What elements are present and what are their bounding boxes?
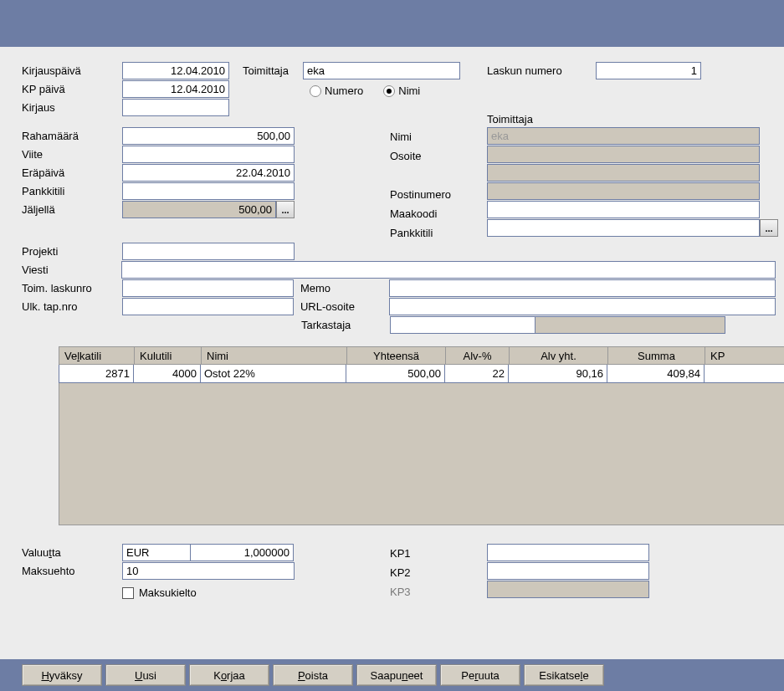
label-memo: Memo: [300, 282, 389, 294]
cell-yhteensa: 500,00: [407, 367, 441, 380]
label-maksukielto: Maksukielto: [139, 586, 197, 599]
tarkastaja2-input: [535, 316, 725, 334]
label-osoite: Osoite: [390, 150, 422, 162]
toim-nimi-input[interactable]: [487, 127, 760, 145]
toimittaja-input[interactable]: [303, 62, 460, 79]
toim-osoite2-input[interactable]: [487, 164, 760, 182]
kirjaus-input[interactable]: [122, 99, 229, 116]
toim-maakoodi-input[interactable]: [487, 201, 760, 218]
toim-pankkitili-input[interactable]: [487, 219, 760, 237]
label-ulk-tapnro: Ulk. tap.nro: [22, 300, 122, 313]
label-toimittaja: Toimittaja: [243, 64, 303, 77]
rahamaara-input[interactable]: [122, 127, 295, 145]
toim-postinumero-input[interactable]: [487, 182, 760, 200]
laskun-numero-input[interactable]: [596, 62, 701, 79]
table-row[interactable]: 2871 4000 Ostot 22% 500,00 22 90,16 409,…: [59, 365, 784, 383]
label-url-osoite: URL-osoite: [300, 300, 389, 313]
label-pankkitili: Pankkitili: [22, 185, 122, 197]
label-valuutta: Valuutta: [22, 546, 122, 559]
window-titlebar: [0, 0, 784, 47]
label-nimi-radio: Nimi: [398, 84, 420, 97]
label-rahamaara: Rahamäärä: [22, 130, 122, 142]
erapaiva-input[interactable]: [122, 164, 295, 182]
label-pankkitili2: Pankkitili: [390, 227, 433, 239]
hdr-summa: Summa: [638, 350, 675, 362]
label-kp3: KP3: [390, 586, 411, 598]
jaljella-lookup-button[interactable]: ...: [276, 201, 295, 218]
hdr-nimi: Nimi: [207, 350, 228, 362]
tarkastaja1-input[interactable]: [390, 316, 535, 334]
viite-input[interactable]: [122, 146, 295, 163]
label-maksuehto: Maksuehto: [22, 565, 122, 577]
maksuehto-input[interactable]: [122, 562, 295, 580]
jaljella-input: [122, 201, 276, 218]
korjaa-button[interactable]: Korjaa: [189, 664, 269, 686]
numero-radio[interactable]: [310, 85, 321, 97]
label-projekti: Projekti: [22, 245, 122, 258]
cell-kulutili: 4000: [172, 367, 197, 380]
label-erapaiva: Eräpäivä: [22, 166, 122, 179]
valuutta-code-input[interactable]: [122, 544, 191, 561]
maksukielto-checkbox[interactable]: [122, 587, 134, 599]
label-viite: Viite: [22, 148, 122, 161]
label-postinumero: Postinumero: [390, 188, 451, 201]
label-kirjaus: Kirjaus: [22, 101, 122, 114]
nimi-radio[interactable]: [383, 85, 395, 97]
label-viesti: Viesti: [22, 264, 121, 276]
cell-alv-pct: 22: [493, 367, 505, 380]
label-kp2: KP2: [390, 566, 411, 579]
toim-osoite1-input[interactable]: [487, 146, 760, 163]
grid-body-empty[interactable]: [59, 383, 784, 525]
toim-pankkitili-lookup-button[interactable]: ...: [760, 219, 778, 237]
label-maakoodi: Maakoodi: [390, 207, 437, 220]
poista-button[interactable]: Poista: [273, 664, 353, 686]
cell-summa: 409,84: [667, 367, 700, 380]
url-osoite-input[interactable]: [389, 298, 776, 315]
label-kp1: KP1: [390, 547, 411, 560]
hdr-alv-pct: Alv-%: [464, 350, 492, 362]
hdr-kp: KP: [710, 350, 725, 362]
label-toim-laskunro: Toim. laskunro: [22, 282, 122, 294]
hyvaksy-button[interactable]: Hyväksy: [22, 664, 102, 686]
kirjauspaiva-input[interactable]: [122, 62, 229, 79]
label-kirjauspaiva: Kirjauspäivä: [22, 64, 122, 77]
cell-velkatili: 2871: [105, 367, 130, 380]
hdr-kulutili: Kulutili: [140, 350, 172, 362]
uusi-button[interactable]: Uusi: [105, 664, 186, 686]
hdr-yhteensa: Yhteensä: [373, 350, 419, 362]
kp2-input[interactable]: [487, 562, 649, 580]
viesti-input[interactable]: [121, 261, 776, 279]
footer-toolbar: Hyväksy Uusi Korjaa Poista Saapuneet Per…: [0, 659, 784, 691]
valuutta-rate-input[interactable]: [190, 544, 294, 561]
kp-paiva-input[interactable]: [122, 80, 229, 98]
grid-header: Velkatili Kulutili Nimi Yhteensä Alv-% A…: [59, 346, 784, 365]
ulk-tapnro-input[interactable]: [122, 298, 294, 315]
pankkitili-input[interactable]: [122, 182, 295, 200]
hdr-velkatili: Velkatili: [64, 350, 101, 362]
label-toimittaja-section: Toimittaja: [487, 113, 533, 125]
projekti-input[interactable]: [122, 243, 295, 260]
kp3-input: [487, 581, 649, 598]
cell-nimi: Ostot 22%: [204, 367, 255, 380]
label-kp-paiva: KP päivä: [22, 83, 122, 95]
label-jaljella: Jäljellä: [22, 203, 122, 216]
hdr-alv-yht: Alv yht.: [541, 350, 576, 362]
kp1-input[interactable]: [487, 544, 649, 561]
toim-laskunro-input[interactable]: [122, 279, 294, 297]
cell-alv-yht: 90,16: [576, 367, 603, 380]
label-nimi: Nimi: [390, 131, 412, 143]
label-tarkastaja: Tarkastaja: [301, 319, 390, 331]
esikatsele-button[interactable]: Esikatsele: [524, 664, 604, 686]
label-laskun-numero: Laskun numero: [487, 64, 596, 77]
memo-input[interactable]: [389, 279, 776, 297]
label-numero-radio: Numero: [325, 84, 363, 97]
peruuta-button[interactable]: Peruuta: [440, 664, 520, 686]
line-items-grid: Velkatili Kulutili Nimi Yhteensä Alv-% A…: [59, 346, 784, 525]
saapuneet-button[interactable]: Saapuneet: [356, 664, 437, 686]
